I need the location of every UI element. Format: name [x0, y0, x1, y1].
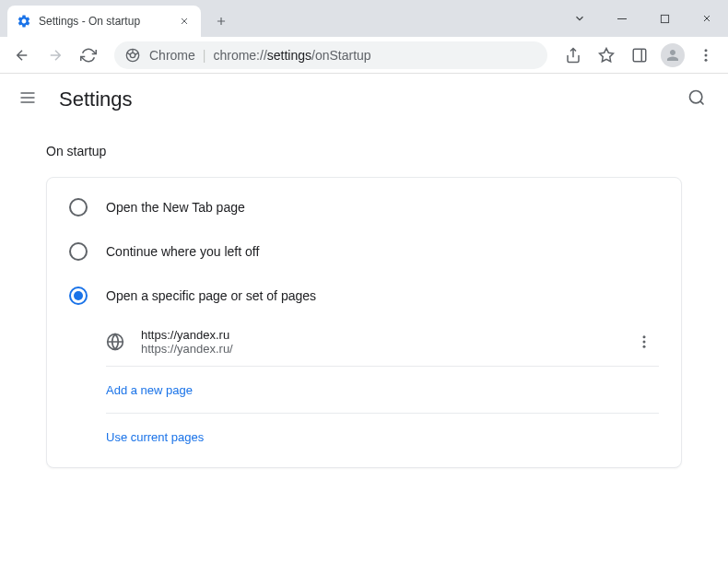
address-bar[interactable]: Chrome | chrome://settings/onStartup [114, 41, 547, 69]
page-info: https://yandex.ru https://yandex.ru/ [141, 328, 629, 356]
tab-title: Settings - On startup [39, 15, 177, 28]
radio-icon [69, 198, 88, 216]
toolbar: Chrome | chrome://settings/onStartup [0, 37, 728, 74]
radio-label: Open the New Tab page [106, 200, 245, 215]
settings-header: Settings [0, 74, 728, 125]
radio-icon [69, 287, 88, 305]
svg-point-5 [705, 49, 708, 52]
content: On startup Open the New Tab page Continu… [0, 125, 728, 486]
add-page-link[interactable]: Add a new page [106, 367, 659, 413]
use-current-pages-link[interactable]: Use current pages [106, 413, 659, 460]
radio-icon [69, 242, 88, 261]
svg-rect-1 [661, 15, 668, 22]
section-title: On startup [46, 144, 682, 158]
page-entry-url: https://yandex.ru/ [141, 342, 629, 356]
forward-button[interactable] [41, 41, 70, 70]
radio-continue[interactable]: Continue where you left off [47, 229, 681, 274]
close-icon[interactable] [177, 14, 192, 29]
profile-avatar[interactable] [658, 41, 687, 70]
titlebar: Settings - On startup [0, 0, 728, 37]
svg-point-6 [705, 53, 708, 56]
page-entry-title: https://yandex.ru [141, 328, 629, 342]
minimize-button[interactable] [601, 0, 643, 37]
svg-point-11 [643, 341, 646, 344]
svg-point-12 [643, 345, 646, 348]
svg-rect-0 [617, 18, 627, 19]
window-controls [558, 0, 728, 37]
search-icon[interactable] [687, 88, 710, 111]
back-button[interactable] [7, 41, 37, 70]
globe-icon [106, 333, 124, 351]
pages-subsection: https://yandex.ru https://yandex.ru/ Add… [106, 318, 659, 460]
new-tab-button[interactable] [208, 8, 234, 34]
svg-point-7 [705, 58, 708, 61]
page-title: Settings [59, 88, 687, 111]
svg-rect-4 [633, 49, 646, 62]
close-window-button[interactable] [686, 0, 728, 37]
maximize-button[interactable] [643, 0, 686, 37]
bookmark-icon[interactable] [592, 41, 621, 70]
svg-point-10 [643, 335, 646, 338]
reload-button[interactable] [74, 41, 103, 70]
svg-point-8 [690, 91, 702, 103]
side-panel-icon[interactable] [625, 41, 654, 70]
startup-page-row: https://yandex.ru https://yandex.ru/ [106, 318, 659, 367]
share-icon[interactable] [558, 41, 588, 70]
gear-icon [17, 14, 31, 29]
chevron-down-icon[interactable] [558, 0, 601, 37]
address-text: Chrome | chrome://settings/onStartup [149, 48, 371, 63]
more-options-button[interactable] [629, 327, 659, 357]
browser-tab[interactable]: Settings - On startup [7, 6, 201, 37]
radio-label: Continue where you left off [106, 244, 259, 259]
menu-icon[interactable] [691, 41, 721, 70]
hamburger-icon[interactable] [18, 88, 41, 111]
svg-point-3 [130, 53, 135, 57]
radio-label: Open a specific page or set of pages [106, 288, 316, 303]
startup-card: Open the New Tab page Continue where you… [46, 177, 682, 468]
chrome-icon [125, 48, 140, 63]
radio-specific-pages[interactable]: Open a specific page or set of pages [47, 274, 681, 318]
radio-new-tab[interactable]: Open the New Tab page [47, 185, 681, 229]
